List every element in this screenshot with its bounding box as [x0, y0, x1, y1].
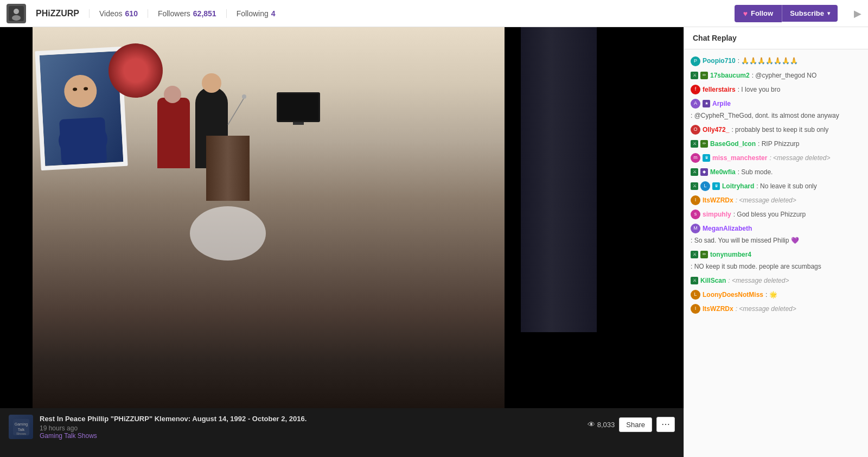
chat-panel: Chat Replay P Poopio710 : 🙏🙏🙏🙏🙏🙏🙏 ⚔ ✏ 17… [684, 27, 868, 457]
user-avatar-icon: s [691, 210, 700, 219]
chat-username: Me0wfia [710, 167, 736, 177]
chat-message-text: : <message deleted> [736, 195, 796, 205]
microphone-icon [217, 92, 260, 136]
sword-badge-icon: ⚔ [691, 251, 698, 258]
chat-username: ItsWZRDx [703, 195, 733, 205]
chat-username: miss_manchester [712, 153, 767, 163]
list-item: I ItsWZRDx : <message deleted> [684, 302, 868, 316]
sword-badge-icon: ⚔ [691, 140, 698, 148]
followers-stat: Followers 62,851 [148, 9, 216, 18]
chat-message-text: : RIP Phizzurp [758, 139, 799, 149]
video-scene [0, 27, 684, 408]
sword-badge-icon: ⚔ [691, 72, 698, 79]
chat-message-text: : <message deleted> [769, 153, 830, 163]
svg-rect-12 [278, 94, 318, 120]
svg-point-2 [12, 15, 21, 21]
svg-rect-13 [293, 122, 304, 125]
video-black-left [0, 27, 33, 408]
list-item: m ♛ miss_manchester : <message deleted> [684, 151, 868, 165]
chat-message-text: : 🙏🙏🙏🙏🙏🙏🙏 [738, 56, 799, 66]
subscribe-label: Subscribe [790, 9, 824, 17]
view-count: 👁 8,033 [588, 420, 615, 429]
list-item: ⚔ ◆ Me0wfia : Sub mode. [684, 165, 868, 179]
chat-message-text: : <message deleted> [728, 276, 789, 285]
more-options-button[interactable]: ⋯ [656, 417, 675, 432]
chat-message-text: : God bless you Phizzurp [733, 210, 806, 219]
badge2-icon: ◆ [700, 168, 708, 176]
video-category[interactable]: Gaming Talk Shows [40, 432, 581, 440]
pencil-badge-icon: ✏ [700, 72, 708, 79]
follow-button[interactable]: ♥ Follow [735, 5, 782, 22]
chat-username: Arpile [712, 99, 731, 109]
videos-stat: Videos 610 [89, 9, 138, 18]
videos-label: Videos [99, 9, 123, 18]
thumb-inner: Gaming Talk Shows [9, 415, 33, 439]
subscribe-button[interactable]: Subscribe ▾ [782, 5, 838, 22]
curtain-element [521, 27, 597, 332]
follow-label: Follow [751, 9, 773, 17]
user-avatar-icon: P [691, 56, 700, 66]
list-item: ⚔ KillScan : <message deleted> [684, 274, 868, 288]
followers-label: Followers [158, 9, 190, 18]
list-item: O Olly472_ : probably best to keep it su… [684, 123, 868, 137]
list-item: s simpuhly : God bless you Phizzurp [684, 207, 868, 221]
user-avatar-icon: L [691, 290, 700, 300]
chat-username: 17sbaucum2 [710, 71, 750, 80]
video-info-bar: Gaming Talk Shows Rest In Peace Phillip … [0, 408, 684, 457]
podium-element [206, 136, 250, 201]
user-avatar-icon: m [691, 153, 700, 163]
eye-icon: 👁 [588, 420, 595, 429]
person-speaker-head [202, 73, 221, 93]
chat-message-text: : <message deleted> [736, 304, 796, 314]
svg-point-1 [14, 9, 19, 14]
svg-text:Shows: Shows [16, 432, 25, 435]
fabric-element [184, 201, 271, 266]
list-item: A ★ Arpile : @CypheR_TheGod, dont. its a… [684, 97, 868, 123]
svg-rect-6 [59, 117, 107, 165]
views-number: 8,033 [597, 421, 615, 429]
tv-element [277, 92, 320, 125]
main-layout: Gaming Talk Shows Rest In Peace Phillip … [0, 27, 868, 457]
svg-text:Talk: Talk [17, 428, 24, 431]
video-player[interactable] [0, 27, 684, 408]
page-header: PHiZZURP Videos 610 Followers 62,851 Fol… [0, 0, 868, 27]
user-avatar-icon: I [691, 195, 700, 205]
chat-username: simpuhly [703, 210, 731, 219]
chat-username: Poopio710 [703, 56, 736, 66]
chat-username: KillScan [700, 276, 726, 285]
channel-name: PHiZZURP [36, 9, 79, 18]
next-arrow-icon: ▶ [854, 8, 861, 20]
chat-username: Olly472_ [703, 125, 729, 135]
following-label: Following [237, 9, 269, 18]
sword-badge-icon: ⚔ [691, 168, 698, 176]
chat-username: LoonyDoesNotMiss [703, 290, 763, 300]
user-avatar-icon: A [691, 99, 700, 109]
list-item: M MeganAlizabeth : So sad. You will be m… [684, 221, 868, 247]
chat-message-text: : probably best to keep it sub only [731, 125, 828, 135]
chat-title: Chat Replay [693, 34, 737, 42]
svg-text:Gaming: Gaming [14, 422, 28, 427]
list-item: f fellerstairs : I love you bro [684, 82, 868, 97]
chat-messages-list[interactable]: P Poopio710 : 🙏🙏🙏🙏🙏🙏🙏 ⚔ ✏ 17sbaucum2 : @… [684, 49, 868, 457]
list-item: ⚔ ✏ tonynumber4 : NO keep it sub mode. p… [684, 247, 868, 274]
crown-badge-icon: ♛ [703, 154, 710, 162]
chat-message-text: : @cypher_thegod NO [752, 71, 817, 80]
svg-line-9 [228, 98, 244, 125]
heart-icon: ♥ [743, 9, 748, 18]
chat-username: tonynumber4 [710, 250, 751, 259]
list-item: L LoonyDoesNotMiss : 🌟 [684, 288, 868, 302]
flowers-decoration [108, 43, 163, 98]
user-avatar-icon: L [700, 181, 710, 191]
pencil-badge-icon: ✏ [700, 140, 708, 148]
chat-message-text: : NO keep it sub mode. people are scumba… [691, 262, 821, 271]
user-avatar-icon: O [691, 125, 700, 135]
share-button[interactable]: Share [619, 417, 652, 432]
sword-badge-icon: ⚔ [691, 182, 698, 190]
user-avatar-icon: I [691, 304, 700, 314]
pencil-badge-icon: ✏ [700, 251, 708, 258]
crown2-badge-icon: ♛ [712, 182, 720, 190]
header-actions: ♥ Follow Subscribe ▾ [735, 5, 838, 22]
chat-message-text: : No leave it sub only [756, 181, 816, 191]
list-item: ⚔ ✏ 17sbaucum2 : @cypher_thegod NO [684, 68, 868, 82]
list-item: I ItsWZRDx : <message deleted> [684, 193, 868, 207]
